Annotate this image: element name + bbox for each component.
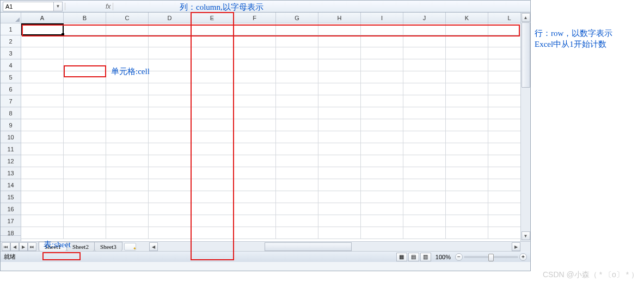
- cell[interactable]: [21, 215, 64, 227]
- cell[interactable]: [446, 167, 488, 179]
- cell[interactable]: [149, 167, 191, 179]
- cell[interactable]: [488, 59, 520, 71]
- cell[interactable]: [403, 191, 446, 203]
- cell[interactable]: [361, 59, 403, 71]
- cell[interactable]: [191, 167, 234, 179]
- cell[interactable]: [488, 95, 520, 107]
- cell[interactable]: [64, 23, 106, 35]
- cell[interactable]: [191, 155, 234, 167]
- cell[interactable]: [64, 71, 106, 83]
- cell[interactable]: [106, 167, 149, 179]
- cell[interactable]: [149, 119, 191, 131]
- cell[interactable]: [488, 119, 520, 131]
- hscroll-thumb[interactable]: [265, 242, 352, 251]
- column-header[interactable]: K: [446, 13, 488, 23]
- row-header[interactable]: 2: [1, 35, 21, 47]
- cell[interactable]: [446, 47, 488, 59]
- cell[interactable]: [106, 83, 149, 95]
- cell[interactable]: [64, 131, 106, 143]
- cell[interactable]: [361, 203, 403, 215]
- cell[interactable]: [403, 59, 446, 71]
- cell[interactable]: [64, 119, 106, 131]
- cell[interactable]: [403, 107, 446, 119]
- cell[interactable]: [234, 131, 276, 143]
- scroll-down-button[interactable]: ▼: [522, 231, 530, 240]
- row-header[interactable]: 5: [1, 71, 21, 83]
- cell[interactable]: [488, 23, 520, 35]
- cell[interactable]: [403, 203, 446, 215]
- column-header[interactable]: F: [234, 13, 276, 23]
- cell[interactable]: [21, 35, 64, 47]
- cell[interactable]: [21, 71, 64, 83]
- cell[interactable]: [361, 47, 403, 59]
- cell[interactable]: [191, 203, 234, 215]
- new-sheet-button[interactable]: [124, 243, 136, 251]
- cell[interactable]: [234, 95, 276, 107]
- cell[interactable]: [64, 215, 106, 227]
- cell[interactable]: [403, 155, 446, 167]
- cell[interactable]: [318, 119, 361, 131]
- fx-icon[interactable]: fx: [106, 3, 111, 10]
- cell[interactable]: [403, 47, 446, 59]
- column-header[interactable]: H: [318, 13, 361, 23]
- cell[interactable]: [106, 23, 149, 35]
- cell[interactable]: [488, 155, 520, 167]
- cell[interactable]: [106, 143, 149, 155]
- cell[interactable]: [191, 191, 234, 203]
- cell[interactable]: [446, 119, 488, 131]
- cell[interactable]: [106, 203, 149, 215]
- cell[interactable]: [276, 59, 318, 71]
- cell[interactable]: [106, 119, 149, 131]
- cell[interactable]: [234, 179, 276, 191]
- cell[interactable]: [276, 155, 318, 167]
- view-pagebreak-button[interactable]: ▥: [420, 253, 431, 261]
- cell[interactable]: [446, 35, 488, 47]
- cell[interactable]: [191, 47, 234, 59]
- cell[interactable]: [488, 47, 520, 59]
- zoom-slider[interactable]: [464, 256, 518, 258]
- cell[interactable]: [21, 203, 64, 215]
- view-layout-button[interactable]: ▤: [408, 253, 419, 261]
- cell[interactable]: [446, 95, 488, 107]
- cell[interactable]: [276, 167, 318, 179]
- cell[interactable]: [234, 143, 276, 155]
- scroll-right-button[interactable]: ▶: [512, 242, 520, 251]
- cell[interactable]: [361, 107, 403, 119]
- cell[interactable]: [488, 179, 520, 191]
- cell[interactable]: [446, 23, 488, 35]
- cell[interactable]: [488, 143, 520, 155]
- column-header[interactable]: C: [106, 13, 149, 23]
- column-header[interactable]: B: [64, 13, 106, 23]
- row-header[interactable]: 3: [1, 47, 21, 59]
- cell[interactable]: [361, 179, 403, 191]
- cell[interactable]: [403, 215, 446, 227]
- cell[interactable]: [488, 167, 520, 179]
- row-header[interactable]: 1: [1, 23, 21, 35]
- cell[interactable]: [403, 95, 446, 107]
- cell[interactable]: [446, 131, 488, 143]
- sheet-tab[interactable]: Sheet2: [66, 242, 95, 251]
- row-header[interactable]: 18: [1, 227, 21, 236]
- cell[interactable]: [276, 23, 318, 35]
- cell[interactable]: [64, 179, 106, 191]
- cell[interactable]: [361, 119, 403, 131]
- cell[interactable]: [64, 83, 106, 95]
- cell[interactable]: [276, 71, 318, 83]
- cell[interactable]: [106, 131, 149, 143]
- cell[interactable]: [361, 155, 403, 167]
- cell[interactable]: [318, 95, 361, 107]
- cell[interactable]: [403, 143, 446, 155]
- cell[interactable]: [191, 227, 234, 239]
- cell[interactable]: [149, 47, 191, 59]
- row-header[interactable]: 14: [1, 179, 21, 191]
- vscroll-thumb[interactable]: [522, 22, 530, 88]
- cell[interactable]: [191, 95, 234, 107]
- select-all-button[interactable]: [1, 13, 21, 23]
- cell[interactable]: [21, 47, 64, 59]
- cell[interactable]: [446, 227, 488, 239]
- cell[interactable]: [64, 191, 106, 203]
- row-header[interactable]: 11: [1, 143, 21, 155]
- horizontal-scrollbar[interactable]: ◀ ▶: [149, 242, 520, 251]
- cell[interactable]: [191, 59, 234, 71]
- cell[interactable]: [149, 107, 191, 119]
